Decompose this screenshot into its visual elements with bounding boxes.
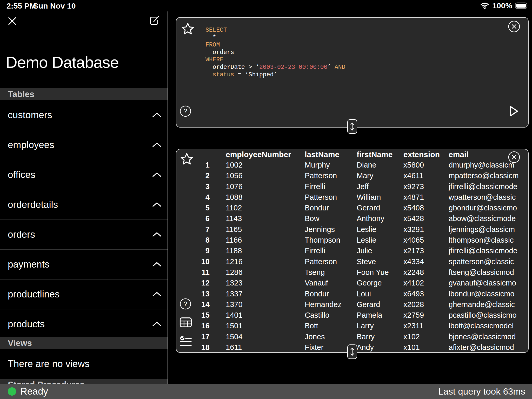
cell-employeeNumber: 1165 xyxy=(226,224,305,235)
table-row[interactable]: 151401CastilloPamelax2759pcastillo@class… xyxy=(176,310,528,321)
sidebar-item-label: employees xyxy=(8,139,54,150)
sql-code-editor[interactable]: SELECT *FROM ordersWHERE orderDate > ‘20… xyxy=(205,26,523,104)
code-line: orders xyxy=(205,49,523,56)
table-row[interactable]: 11002MurphyDianex5800dmurphy@classicm xyxy=(176,160,528,170)
sidebar-item-payments[interactable]: payments xyxy=(0,250,168,280)
resize-handle[interactable] xyxy=(347,119,357,134)
cell-lastName: Jennings xyxy=(305,224,357,235)
chevron-up-icon[interactable] xyxy=(152,262,162,267)
chevron-up-icon[interactable] xyxy=(152,202,162,207)
sql-editor-panel[interactable]: SELECT *FROM ordersWHERE orderDate > ‘20… xyxy=(176,17,529,128)
cell-extension: x2311 xyxy=(403,321,449,331)
table-row[interactable]: 111286TsengFoon Yuex2248ftseng@classicmo… xyxy=(176,267,528,278)
cell-extension: x5408 xyxy=(403,203,449,213)
new-query-button[interactable] xyxy=(148,14,161,28)
table-row[interactable]: 31076FirrelliJeffx9273jfirrelli@classicm… xyxy=(176,181,528,192)
sidebar-item-orderdetails[interactable]: orderdetails xyxy=(0,190,168,220)
row-number: 5 xyxy=(176,203,226,213)
cell-email: lthompson@classic xyxy=(449,235,528,245)
clock-date: Sun Nov 10 xyxy=(33,2,76,10)
cell-email: ftseng@classicmod xyxy=(449,267,528,278)
table-row[interactable]: 171504JonesBarryx102bjones@classicmod xyxy=(176,331,528,342)
code-line: FROM xyxy=(205,41,523,49)
table-row[interactable]: 21056PattersonMaryx4611mpatterso@classic… xyxy=(176,170,528,181)
star-icon[interactable] xyxy=(180,152,194,166)
cell-extension: x2173 xyxy=(403,245,449,256)
code-line: WHERE xyxy=(205,56,523,64)
cell-employeeNumber: 1143 xyxy=(226,213,305,224)
table-row[interactable]: 81166ThompsonLesliex4065lthompson@classi… xyxy=(176,235,528,245)
cell-lastName: Hernandez xyxy=(305,299,357,310)
chevron-up-icon[interactable] xyxy=(152,322,162,327)
cell-employeeNumber: 1088 xyxy=(226,192,305,203)
cell-email: pcastillo@classicmo xyxy=(449,310,528,321)
code-token: ’ xyxy=(327,64,335,71)
table-row[interactable]: 121323VanaufGeorgex4102gvanauf@classicmo xyxy=(176,278,528,288)
cell-employeeNumber: 1102 xyxy=(226,203,305,213)
table-row[interactable]: 131337BondurLouix6493lbondur@classicmo xyxy=(176,289,528,299)
cell-employeeNumber: 1501 xyxy=(226,321,305,331)
code-token: orderDate > ‘ xyxy=(205,64,259,71)
chevron-up-icon[interactable] xyxy=(152,142,162,148)
cell-firstName: Mary xyxy=(357,170,403,181)
sidebar-item-offices[interactable]: offices xyxy=(0,160,168,190)
tables-list: customers employees offices orderdetails… xyxy=(0,100,168,339)
cell-email: spatterson@classic xyxy=(449,256,528,267)
cell-email: lbondur@classicmo xyxy=(449,289,528,299)
row-number: 8 xyxy=(176,235,226,245)
table-grid-icon[interactable] xyxy=(179,317,192,328)
close-circle-icon[interactable] xyxy=(508,151,520,163)
table-row[interactable]: 71165JenningsLesliex3291ljennings@classi… xyxy=(176,224,528,235)
chevron-up-icon[interactable] xyxy=(152,292,162,297)
column-header-employeeNumber[interactable]: employeeNumber xyxy=(226,149,305,159)
run-query-icon[interactable] xyxy=(508,105,519,117)
cell-extension: x2248 xyxy=(403,267,449,278)
question-icon[interactable]: ? xyxy=(179,105,191,117)
cell-lastName: Castillo xyxy=(305,310,357,321)
sidebar-item-label: orderdetails xyxy=(8,199,58,210)
chevron-up-icon[interactable] xyxy=(152,172,162,177)
sidebar-divider xyxy=(168,11,168,384)
cell-firstName: Anthony xyxy=(357,213,403,224)
table-row[interactable]: 161501BottLarryx2311lbott@classicmodel xyxy=(176,321,528,331)
sidebar-item-orders[interactable]: orders xyxy=(0,220,168,250)
table-row[interactable]: 141370HernandezGerardx2028ghernande@clas… xyxy=(176,299,528,310)
checklist-icon[interactable] xyxy=(179,336,192,347)
sidebar-item-customers[interactable]: customers xyxy=(0,100,168,130)
cell-employeeNumber: 1188 xyxy=(226,245,305,256)
resize-arrows-icon xyxy=(349,347,355,356)
cell-firstName: Gerard xyxy=(357,299,403,310)
close-sidebar-button[interactable] xyxy=(6,15,18,28)
cell-email: abow@classicmode xyxy=(449,213,528,224)
table-row[interactable]: 91188FirrelliJuliex2173jfirrelli@classic… xyxy=(176,245,528,256)
sidebar: Demo Database Tables customers employees… xyxy=(0,11,168,384)
column-header-firstName[interactable]: firstName xyxy=(357,149,403,159)
column-header-lastName[interactable]: lastName xyxy=(305,149,357,159)
cell-lastName: Bott xyxy=(305,321,357,331)
cell-email: wpatterson@classic xyxy=(449,192,528,203)
resize-handle[interactable] xyxy=(347,344,357,359)
sidebar-item-employees[interactable]: employees xyxy=(0,130,168,160)
results-body: 11002MurphyDianex5800dmurphy@classicm210… xyxy=(176,160,528,352)
cell-firstName: Diane xyxy=(357,160,403,170)
cell-firstName: Foon Yue xyxy=(357,267,403,278)
svg-text:?: ? xyxy=(184,108,187,115)
table-row[interactable]: 61143BowAnthonyx5428abow@classicmode xyxy=(176,213,528,224)
app-status-bar: Ready Last query took 63ms xyxy=(0,384,532,399)
cell-firstName: Loui xyxy=(357,289,403,299)
chevron-up-icon[interactable] xyxy=(152,232,162,237)
sidebar-item-productlines[interactable]: productlines xyxy=(0,280,168,309)
sidebar-item-products[interactable]: products xyxy=(0,309,168,339)
chevron-up-icon[interactable] xyxy=(152,112,162,118)
table-row[interactable]: 101216PattersonStevex4334spatterson@clas… xyxy=(176,256,528,267)
table-row[interactable]: 41088PattersonWilliamx4871wpatterson@cla… xyxy=(176,192,528,203)
column-header-extension[interactable]: extension xyxy=(403,149,449,159)
table-row[interactable]: 51102BondurGerardx5408gbondur@classicmo xyxy=(176,203,528,213)
code-line: orderDate > ‘2003-02-23 00:00:00’ AND xyxy=(205,64,523,71)
question-icon[interactable]: ? xyxy=(179,298,191,310)
star-icon[interactable] xyxy=(181,22,195,36)
cell-extension: x102 xyxy=(403,331,449,342)
cell-firstName: Julie xyxy=(357,245,403,256)
cell-employeeNumber: 1056 xyxy=(226,170,305,181)
section-header-tables: Tables xyxy=(0,88,168,100)
